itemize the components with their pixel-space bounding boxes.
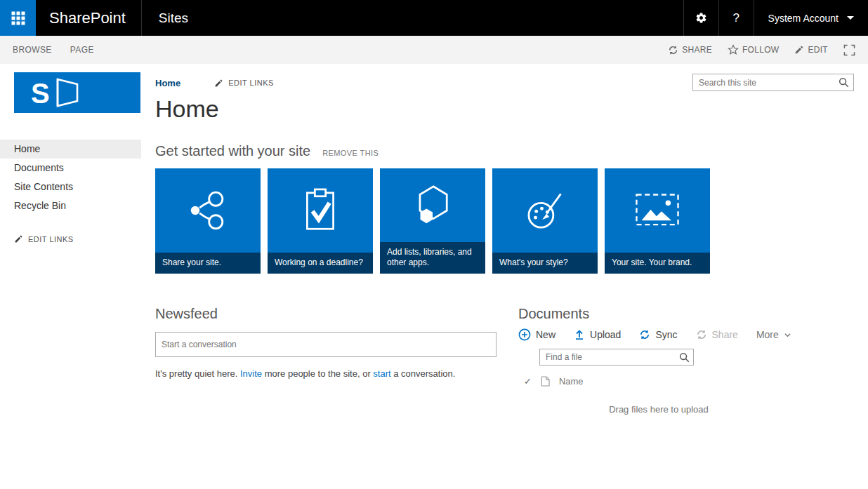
quiet-text-prefix: It's pretty quiet here.: [155, 368, 240, 379]
drag-files-hint: Drag files here to upload: [518, 404, 799, 415]
get-started-tiles: Share your site. Working on a deadline?: [155, 168, 854, 274]
file-icon: [541, 376, 550, 387]
tab-page[interactable]: PAGE: [70, 45, 94, 55]
tile-whats-your-style[interactable]: What's your style?: [492, 168, 598, 274]
page-edit-links-button[interactable]: EDIT LINKS: [214, 79, 274, 88]
upload-arrow-icon: [574, 329, 585, 340]
brand-title[interactable]: SharePoint: [36, 0, 141, 36]
share-label: SHARE: [682, 45, 712, 55]
tile-caption: Add lists, libraries, and other apps.: [380, 242, 485, 274]
clipboard-check-icon: [268, 168, 373, 253]
svg-text:S: S: [31, 78, 50, 109]
get-started-header: Get started with your site REMOVE THIS: [155, 143, 854, 159]
sidebar-edit-links-button[interactable]: EDIT LINKS: [14, 234, 141, 243]
pencil-icon: [14, 234, 23, 243]
chevron-down-icon: [847, 16, 854, 20]
edit-button[interactable]: EDIT: [794, 45, 828, 55]
page-edit-links-label: EDIT LINKS: [228, 79, 274, 87]
share-icon: [668, 45, 678, 55]
page-content: S Home Documents Site Contents Recycle B…: [0, 64, 868, 489]
site-logo[interactable]: S: [14, 72, 140, 113]
new-document-button[interactable]: New: [518, 328, 555, 341]
documents-title: Documents: [518, 306, 799, 322]
tile-share-your-site[interactable]: Share your site.: [155, 168, 261, 274]
newsfeed-title: Newsfeed: [155, 306, 518, 322]
name-column-header[interactable]: Name: [559, 376, 584, 387]
sidebar-item-site-contents[interactable]: Site Contents: [0, 177, 141, 196]
app-launcher-button[interactable]: [0, 0, 36, 36]
upload-button[interactable]: Upload: [574, 329, 621, 340]
sidebar-edit-links-label: EDIT LINKS: [28, 235, 74, 243]
sync-button[interactable]: Sync: [639, 329, 677, 340]
share-network-icon: [155, 168, 261, 253]
tile-caption: Your site. Your brand.: [605, 253, 710, 274]
upload-label: Upload: [590, 329, 621, 340]
chevron-down-icon: [784, 331, 791, 339]
edit-label: EDIT: [808, 45, 828, 55]
remove-this-button[interactable]: REMOVE THIS: [322, 149, 379, 157]
site-search-box[interactable]: [692, 74, 854, 91]
quiet-text-mid: more people to the site, or: [262, 368, 373, 379]
newsfeed-empty-text: It's pretty quiet here. Invite more peop…: [155, 368, 518, 379]
tile-your-site-your-brand[interactable]: Your site. Your brand.: [605, 168, 710, 274]
account-name: System Account: [768, 13, 839, 24]
plus-circle-icon: [518, 328, 531, 341]
gear-icon: [695, 12, 707, 24]
find-file-input[interactable]: [546, 352, 679, 362]
more-menu-button[interactable]: More: [756, 329, 791, 340]
ribbon-bar: BROWSE PAGE SHARE FOLLOW EDIT: [0, 36, 868, 64]
search-icon[interactable]: [839, 77, 849, 88]
image-brand-icon: [605, 168, 710, 253]
breadcrumb-home-link[interactable]: Home: [155, 78, 180, 88]
invite-link[interactable]: Invite: [240, 368, 262, 379]
star-icon: [728, 44, 739, 55]
share-document-button[interactable]: Share: [696, 329, 738, 340]
tab-browse[interactable]: BROWSE: [13, 45, 52, 55]
share-button[interactable]: SHARE: [668, 45, 712, 55]
new-label: New: [536, 329, 555, 340]
find-file-box[interactable]: [539, 349, 694, 366]
documents-toolbar: New Upload Sync: [518, 328, 799, 341]
help-label: ?: [732, 11, 739, 25]
follow-label: FOLLOW: [742, 45, 779, 55]
documents-section: Documents New Upload: [518, 306, 799, 415]
focus-icon: [843, 44, 855, 56]
site-search-input[interactable]: [699, 78, 839, 88]
tile-caption: What's your style?: [492, 253, 598, 274]
tile-add-lists-libraries-apps[interactable]: Add lists, libraries, and other apps.: [380, 168, 485, 274]
tile-caption: Share your site.: [155, 253, 261, 274]
tile-caption: Working on a deadline?: [268, 253, 373, 274]
get-started-title: Get started with your site: [155, 143, 310, 159]
start-conversation-link[interactable]: start: [373, 368, 390, 379]
quiet-text-suffix: a conversation.: [391, 368, 456, 379]
suite-bar-section[interactable]: Sites: [142, 0, 205, 36]
page-title: Home: [155, 95, 854, 123]
suite-bar-spacer: [205, 0, 683, 36]
suite-bar: SharePoint Sites ? System Account: [0, 0, 868, 36]
ribbon-tabs: BROWSE PAGE: [13, 45, 94, 55]
documents-list-header: ✓ Name: [524, 376, 799, 387]
waffle-grid-icon: [11, 11, 25, 25]
palette-brush-icon: [492, 168, 598, 253]
start-conversation-input[interactable]: [155, 332, 497, 357]
sidebar-item-documents[interactable]: Documents: [0, 159, 141, 177]
newsfeed-section: Newsfeed It's pretty quiet here. Invite …: [155, 306, 518, 415]
main-area: Home EDIT LINKS Home Get started with yo…: [141, 64, 868, 489]
sidebar-item-recycle-bin[interactable]: Recycle Bin: [0, 196, 141, 215]
tile-working-on-deadline[interactable]: Working on a deadline?: [268, 168, 373, 274]
sync-icon: [639, 329, 650, 340]
share-document-label: Share: [712, 329, 738, 340]
account-menu-button[interactable]: System Account: [754, 0, 868, 36]
follow-button[interactable]: FOLLOW: [728, 44, 779, 55]
sharepoint-logo-icon: S: [24, 76, 101, 109]
select-all-checkmark-icon[interactable]: ✓: [524, 376, 532, 387]
help-button[interactable]: ?: [718, 0, 754, 36]
sync-label: Sync: [655, 329, 677, 340]
more-label: More: [756, 329, 779, 340]
sidebar-item-home[interactable]: Home: [0, 140, 141, 159]
pencil-icon: [794, 45, 804, 55]
settings-button[interactable]: [683, 0, 718, 36]
search-icon[interactable]: [679, 352, 690, 363]
focus-mode-button[interactable]: [843, 44, 855, 56]
sidebar-nav: Home Documents Site Contents Recycle Bin: [0, 140, 141, 215]
